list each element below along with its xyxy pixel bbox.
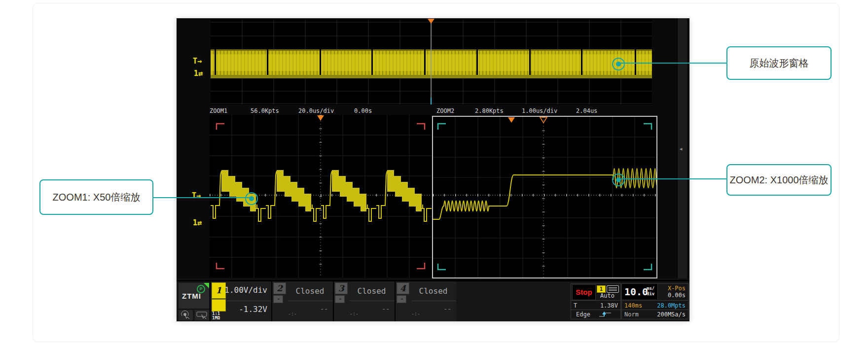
zoom1-waveform-svg <box>210 115 432 277</box>
touch-press-button[interactable] <box>195 310 209 320</box>
zoom2-points: 2.80Kpts <box>475 107 504 114</box>
channel-4-divider <box>411 301 456 301</box>
timebase-status-block[interactable]: 10.0 ms/ div X-Pos 0.00s 140ms 28.0Mpts … <box>621 283 688 319</box>
channel-1-tile[interactable]: 1 1:1 1MΩ 1.00V/div -1.32V <box>210 281 271 321</box>
channel-1-coupling-badge[interactable] <box>212 299 226 311</box>
brand-tile[interactable]: ZTMI P <box>179 283 209 309</box>
original-callout-line <box>620 63 726 64</box>
channel-2-value: -- <box>320 305 328 312</box>
trigger-row-divider1 <box>571 300 620 301</box>
channel-3-badge[interactable]: 3 <box>335 282 348 294</box>
timebase-tile[interactable]: 10.0 ms/ div <box>622 284 658 299</box>
trigger-source-badge[interactable]: 1 <box>597 285 606 293</box>
channel-2-divider <box>288 301 333 301</box>
channel-1-impedance: 1MΩ <box>212 315 220 320</box>
trigger-label: T <box>574 302 577 309</box>
zoom1-window[interactable] <box>210 115 432 277</box>
channel-2-state: Closed <box>287 286 333 296</box>
touch-gesture-button[interactable] <box>179 310 193 320</box>
rising-edge-icon <box>598 310 617 318</box>
zoom1-offset: 0.00s <box>354 107 372 114</box>
channel-2-time: -:- <box>288 311 297 316</box>
original-callout-marker <box>612 58 625 70</box>
sample-rate: 200MSa/s <box>657 311 686 318</box>
scope-display-area: T→ 1⇄ ZOOM1 56.0Kpts 20.0us/div 0.00s ZO… <box>177 18 689 278</box>
keyboard-icon[interactable] <box>607 285 619 293</box>
channel-4-value: -- <box>443 305 451 312</box>
run-stop-button[interactable]: Stop <box>572 284 596 300</box>
channel-3-divider <box>350 301 395 301</box>
channel-4-badge[interactable]: 4 <box>397 282 409 294</box>
channel-1-divider <box>226 301 271 301</box>
timebase-row-divider1 <box>622 300 688 301</box>
channel-1-scale: 1.00V/div <box>224 285 267 295</box>
xpos-label: X-Pos <box>668 285 686 292</box>
trigger-level: 1.38V <box>600 302 618 309</box>
page: T→ 1⇄ ZOOM1 56.0Kpts 20.0us/div 0.00s ZO… <box>0 0 868 345</box>
zoom1-points: 56.0Kpts <box>251 107 279 114</box>
zoom1-trigger-marker[interactable]: T→ <box>192 191 201 200</box>
timebase-unit: ms/ div <box>647 286 654 297</box>
channel-3-state: Closed <box>349 286 395 296</box>
record-points: 28.0Mpts <box>657 302 686 309</box>
overview-waveform-svg <box>211 20 652 104</box>
zoom2-callout-line <box>620 178 726 179</box>
channel-1-offset: -1.32V <box>239 305 267 314</box>
status-bar: ZTMI P 1 <box>177 280 689 321</box>
zoom1-channel1-marker[interactable]: 1⇄ <box>193 218 202 227</box>
timebase-scale: 10.0 <box>624 286 648 298</box>
original-waveform-callout: 原始波形窗格 <box>726 46 832 80</box>
zoom2-waveform-svg <box>433 117 656 277</box>
record-time: 140ms <box>624 302 642 309</box>
trigger-position-marker-icon[interactable] <box>428 19 434 24</box>
overview-channel1-marker[interactable]: 1⇄ <box>194 69 203 78</box>
xpos-value: 0.00s <box>668 292 686 299</box>
channel-4-tile[interactable]: 4 - Closed -- -:- <box>395 281 456 321</box>
channel-3-coupling-badge[interactable]: - <box>335 295 345 303</box>
trigger-sweep-mode[interactable]: Auto <box>596 292 619 299</box>
press-icon <box>195 310 209 320</box>
collapse-arrow-icon[interactable]: ◀ <box>680 146 682 151</box>
side-panel-strip[interactable]: ◀ <box>677 18 687 278</box>
channel-4-time: -:- <box>411 311 420 316</box>
zoom1-name: ZOOM1 <box>210 107 227 114</box>
tap-icon <box>179 310 193 320</box>
channel-3-time: -:- <box>350 311 359 316</box>
channel-4-state: Closed <box>410 286 456 296</box>
trigger-type[interactable]: Edge <box>576 311 590 318</box>
channel-3-value: -- <box>382 305 390 312</box>
zoom2-callout: ZOOM2: X1000倍缩放 <box>726 164 832 196</box>
corner-flag-icon <box>204 283 209 288</box>
overview-trigger-marker[interactable]: T→ <box>193 57 202 66</box>
channel-2-coupling-badge[interactable]: - <box>273 295 283 303</box>
trigger-status-block[interactable]: Stop 1 Auto T 1.38V Edge <box>571 283 621 319</box>
zoom2-offset: 2.04us <box>576 107 597 114</box>
trigger-row-divider2 <box>571 310 620 310</box>
channel-4-coupling-badge[interactable]: - <box>397 295 406 303</box>
channel-1-badge[interactable]: 1 <box>212 282 226 299</box>
brand-logo: ZTMI <box>182 292 201 300</box>
timebase-row-divider2 <box>622 310 688 310</box>
overview-waveform-panel <box>211 20 652 104</box>
zoom1-callout: ZOOM1: X50倍缩放 <box>39 179 153 215</box>
zoom1-timebase: 20.0us/div <box>298 107 334 114</box>
channel-2-badge[interactable]: 2 <box>273 282 286 294</box>
zoom2-window[interactable] <box>432 116 657 278</box>
acquisition-mode: Norm <box>624 311 639 318</box>
channel-2-tile[interactable]: 2 - Closed -- -:- <box>271 281 333 321</box>
zoom1-callout-line <box>151 197 251 198</box>
zoom2-timebase: 1.00us/div <box>522 107 557 114</box>
zoom2-callout-marker <box>612 173 625 186</box>
channel-3-tile[interactable]: 3 - Closed -- -:- <box>333 281 395 321</box>
zoom1-callout-marker <box>245 192 258 205</box>
zoom2-name: ZOOM2 <box>436 107 454 114</box>
